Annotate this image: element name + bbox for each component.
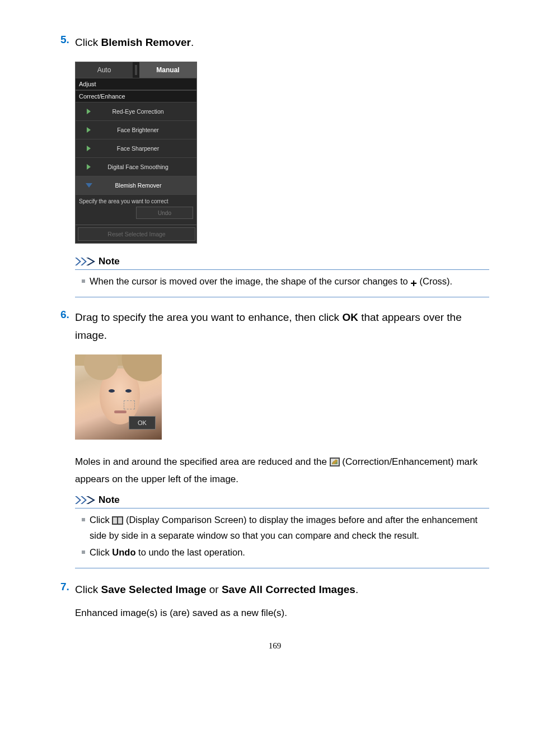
page-number: 169: [60, 641, 489, 651]
note-2-item-2bold: Undo: [112, 547, 135, 557]
tab-separator: [133, 62, 139, 78]
svg-marker-2: [86, 258, 95, 265]
tool-sharpener-label: Face Sharpener: [103, 145, 196, 152]
svg-marker-0: [75, 258, 81, 265]
note-chevrons-icon: [75, 257, 95, 266]
step-7-post: .: [355, 584, 358, 595]
tool-smoothing-label: Digital Face Smoothing: [103, 164, 196, 170]
tool-face-brightener[interactable]: Face Brightener: [76, 121, 196, 139]
step-5-text: Click Blemish Remover.: [75, 34, 489, 52]
tool-face-sharpener[interactable]: Face Sharpener: [76, 139, 196, 158]
step-5-number: 5.: [60, 34, 75, 46]
after-step-6-text: Moles in and around the specified area a…: [75, 454, 489, 486]
step-7-bold2: Save All Corrected Images: [222, 584, 355, 595]
note-1-item-1b: (Cross).: [417, 276, 452, 286]
face-preview-image: OK: [75, 354, 162, 440]
svg-rect-9: [113, 517, 117, 524]
step-6-pre: Drag to specify the area you want to enh…: [75, 311, 342, 323]
tool-blemish-label: Blemish Remover: [104, 182, 196, 189]
play-icon: [87, 109, 91, 114]
step-5-bold: Blemish Remover: [101, 36, 191, 48]
step-5-post: .: [191, 36, 194, 48]
tool-digital-smoothing[interactable]: Digital Face Smoothing: [76, 158, 196, 176]
specify-hint: Specify the area you want to correct: [76, 195, 196, 207]
triangle-down-icon: [86, 183, 92, 188]
note-2-title: Note: [99, 494, 120, 506]
note-block-1: Note When the cursor is moved over the i…: [75, 256, 489, 297]
note-2-item-1a: Click: [90, 515, 112, 525]
tab-manual[interactable]: Manual: [139, 62, 196, 78]
svg-marker-6: [81, 496, 87, 504]
step-7-text: Click Save Selected Image or Save All Co…: [75, 581, 489, 599]
tool-red-eye[interactable]: Red-Eye Correction: [76, 102, 196, 121]
undo-button[interactable]: Undo: [136, 207, 193, 219]
compare-screen-icon: [112, 515, 123, 529]
selection-rectangle: [124, 400, 135, 409]
after6-a: Moles in and around the specified area a…: [75, 456, 330, 467]
note-2-item-1: Click (Display Comparison Screen) to dis…: [82, 513, 489, 543]
step-7-pre: Click: [75, 584, 101, 595]
play-icon: [87, 164, 91, 170]
step-7-bold1: Save Selected Image: [101, 584, 206, 595]
svg-marker-7: [86, 496, 95, 504]
play-icon: [87, 146, 91, 151]
step-7-mid: or: [206, 584, 221, 595]
svg-marker-1: [81, 258, 87, 265]
step-6-bold: OK: [342, 311, 358, 323]
step-5-pre: Click: [75, 36, 101, 48]
note-2-item-2: Click Undo to undo the last operation.: [82, 545, 489, 560]
correct-enhance-panel: Auto Manual Adjust Correct/Enhance Red-E…: [75, 62, 197, 244]
reset-selected-image-button[interactable]: Reset Selected Image: [78, 227, 195, 241]
note-1-title: Note: [99, 256, 120, 267]
note-1-item-1a: When the cursor is moved over the image,…: [90, 276, 410, 286]
tool-red-eye-label: Red-Eye Correction: [103, 108, 196, 115]
play-icon: [87, 127, 91, 133]
note-2-item-2a: Click: [90, 547, 112, 557]
svg-rect-10: [118, 517, 122, 524]
section-correct-enhance[interactable]: Correct/Enhance: [76, 90, 196, 102]
ok-overlay-button[interactable]: OK: [129, 416, 156, 430]
step-6-number: 6.: [60, 309, 75, 321]
note-1-bottom-rule: [75, 297, 489, 297]
note-2-bottom-rule: [75, 568, 489, 568]
svg-marker-5: [75, 496, 81, 504]
tool-blemish-remover[interactable]: Blemish Remover: [76, 176, 196, 195]
section-adjust[interactable]: Adjust: [76, 78, 196, 90]
step-6-text: Drag to specify the area you want to enh…: [75, 309, 489, 345]
note-1-item-1: When the cursor is moved over the image,…: [82, 274, 489, 289]
note-block-2: Note Click (Display Comparison Screen) t…: [75, 494, 489, 568]
note-2-top-rule: [75, 508, 489, 508]
correction-mark-icon: [330, 456, 340, 471]
note-2-item-2b: to undo the last operation.: [136, 547, 245, 557]
after-step-7-text: Enhanced image(s) is (are) saved as a ne…: [75, 608, 489, 619]
tab-auto[interactable]: Auto: [76, 62, 133, 78]
note-2-item-1b: (Display Comparison Screen) to display t…: [90, 515, 477, 541]
note-1-top-rule: [75, 269, 489, 270]
note-chevrons-icon: [75, 496, 95, 505]
step-7-number: 7.: [60, 581, 75, 593]
tool-brightener-label: Face Brightener: [103, 127, 196, 133]
